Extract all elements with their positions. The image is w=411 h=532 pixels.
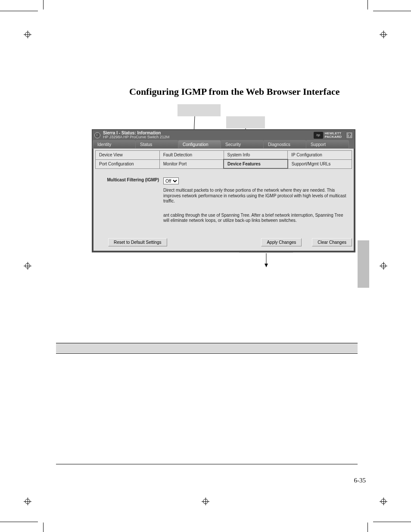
registration-mark: [380, 262, 387, 270]
tab-identity[interactable]: Identity: [93, 140, 136, 149]
app-window: Sierra I - Status: Information HP J3298A…: [92, 129, 355, 252]
page-number: 6-35: [354, 477, 366, 484]
stp-description: ant cabling through the use of Spanning …: [163, 213, 349, 224]
crop-mark: [367, 523, 368, 532]
crop-mark: [367, 0, 368, 9]
horizontal-rule: [56, 353, 358, 354]
subtab-port-config[interactable]: Port Configuration: [96, 159, 160, 168]
chapter-tab: [358, 240, 369, 288]
igmp-description: Direct multicast packets to only those p…: [163, 188, 349, 204]
feature-body: Multicast Filtering (IGMP) Off Direct mu…: [95, 169, 352, 236]
registration-mark: [380, 31, 387, 38]
help-button[interactable]: ?: [346, 132, 353, 139]
subtab-fault-detection[interactable]: Fault Detection: [159, 151, 224, 160]
hp-logo-icon: hp: [314, 132, 323, 139]
subtab-ip-config[interactable]: IP Configuration: [288, 151, 352, 160]
tab-configuration[interactable]: Configuration: [178, 140, 221, 149]
info-icon: [94, 132, 100, 138]
crop-mark: [373, 11, 411, 11]
content-panel: Device View Fault Detection System Info …: [93, 149, 355, 252]
crop-mark: [373, 522, 411, 522]
subtab-device-view[interactable]: Device View: [96, 151, 160, 160]
igmp-select[interactable]: Off: [163, 177, 179, 184]
callout-box: [226, 116, 265, 128]
tab-support[interactable]: Support: [306, 140, 349, 149]
window-subtitle: HP J3298A HP ProCurve Switch 212M: [103, 135, 169, 139]
callout-lines: [0, 0, 411, 532]
crop-mark: [43, 523, 44, 532]
subtab-monitor-port[interactable]: Monitor Port: [159, 159, 224, 168]
tab-security[interactable]: Security: [221, 140, 264, 149]
tab-diagnostics[interactable]: Diagnostics: [263, 140, 306, 149]
crop-mark: [43, 0, 44, 9]
clear-button[interactable]: Clear Changes: [312, 238, 352, 246]
crop-mark: [0, 11, 38, 11]
apply-button[interactable]: Apply Changes: [261, 238, 302, 246]
registration-mark: [24, 262, 31, 270]
page-title: Configuring IGMP from the Web Browser In…: [129, 86, 339, 97]
subtab-device-features[interactable]: Device Features: [224, 159, 288, 168]
horizontal-rule: [56, 464, 358, 464]
registration-mark: [24, 31, 31, 38]
logo-text: PACKARD: [325, 135, 342, 139]
svg-marker-5: [265, 264, 268, 267]
main-nav: Identity Status Configuration Security D…: [93, 140, 355, 149]
button-row: Reset to Default Settings Apply Changes …: [95, 236, 352, 249]
registration-mark: [380, 498, 387, 505]
registration-mark: [202, 498, 209, 505]
subtab-system-info[interactable]: System Info: [224, 151, 288, 160]
callout-box: [177, 104, 221, 116]
tab-status[interactable]: Status: [135, 140, 178, 149]
sub-nav: Device View Fault Detection System Info …: [95, 150, 352, 169]
hp-logo: hp HEWLETT PACKARD ?: [314, 132, 353, 139]
crop-mark: [0, 522, 38, 522]
window-header: Sierra I - Status: Information HP J3298A…: [93, 130, 355, 140]
registration-mark: [24, 498, 31, 505]
igmp-label: Multicast Filtering (IGMP): [99, 177, 159, 182]
subtab-support-urls[interactable]: Support/Mgmt URLs: [288, 159, 352, 168]
reset-button[interactable]: Reset to Default Settings: [108, 238, 167, 246]
redaction-band: [56, 343, 358, 353]
